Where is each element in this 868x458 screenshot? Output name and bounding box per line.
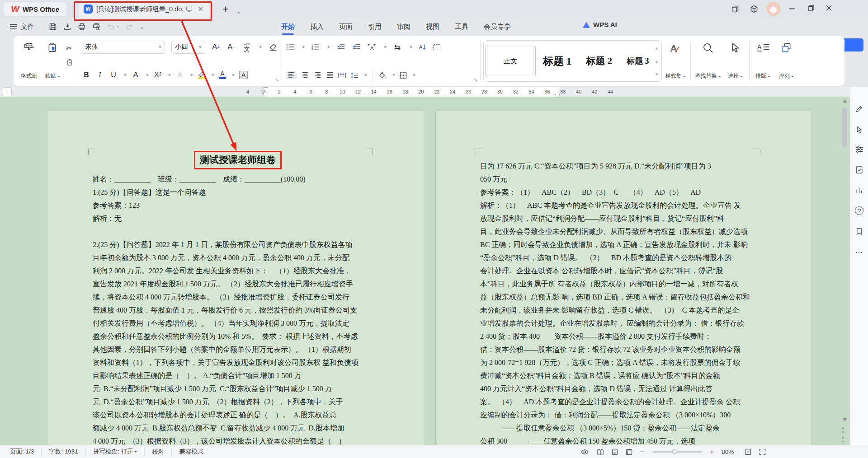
char-scale-button[interactable]: A <box>367 43 376 51</box>
next-page-icon[interactable]: ˅˅ <box>842 436 844 444</box>
tab-list-chevron-icon[interactable] <box>236 7 240 15</box>
page-mode-icon[interactable] <box>612 449 618 455</box>
bold-button[interactable]: B <box>82 71 91 79</box>
clear-format-icon[interactable] <box>268 42 278 51</box>
find-replace-button[interactable]: 查找替换 <box>693 38 724 82</box>
doc-check-icon[interactable] <box>855 166 863 174</box>
char-shading-button[interactable]: A <box>239 71 248 79</box>
workspace-cube-icon[interactable] <box>750 5 759 14</box>
gallery-up-icon[interactable]: ˄ <box>656 47 658 51</box>
line-spacing-button[interactable] <box>350 72 359 79</box>
page-2[interactable]: 目为 17 626 万元 C.“资本公积”项目为 5 928 万元 D.“未分配… <box>435 111 811 445</box>
italic-button[interactable]: I <box>95 71 104 79</box>
web-layout-icon[interactable] <box>626 449 632 455</box>
new-tab-button[interactable]: + <box>222 3 229 15</box>
file-menu-button[interactable]: 文件 <box>0 23 41 31</box>
menu-tab[interactable]: 会员专享 <box>479 20 515 34</box>
ltr-rtl-button[interactable]: ⇆ <box>393 42 402 52</box>
style-set-button[interactable]: A 样式集 <box>663 38 689 82</box>
font-dialog-launcher-icon[interactable]: ↘ <box>275 77 279 83</box>
text-effects-button[interactable]: A <box>175 71 184 79</box>
underline-button[interactable]: U <box>109 71 118 79</box>
scroll-up-icon[interactable] <box>843 99 847 103</box>
menu-tab[interactable]: 工具 <box>450 20 473 34</box>
paste-special-icon[interactable] <box>66 59 74 67</box>
strikethrough-button[interactable]: A <box>131 71 140 79</box>
bookmark-icon[interactable] <box>856 228 863 235</box>
minimize-button[interactable] <box>789 8 795 9</box>
redo-icon[interactable] <box>125 23 134 31</box>
decrease-font-icon[interactable]: A− <box>227 43 236 51</box>
print-icon[interactable] <box>77 22 86 31</box>
paste-button[interactable]: 粘贴 <box>41 38 64 82</box>
align-center-button[interactable] <box>302 72 309 78</box>
more-tools-icon[interactable]: ⋯ <box>855 248 863 257</box>
numbered-list-button[interactable]: 123 <box>311 43 320 51</box>
save-icon[interactable] <box>48 22 57 31</box>
wps-ai-button[interactable]: WPS AI <box>582 21 617 28</box>
layout-button[interactable]: A 排版 <box>751 38 775 82</box>
superscript-button[interactable]: X² <box>153 71 162 79</box>
menu-tab[interactable]: 审阅 <box>392 20 415 34</box>
tab-stop-selector[interactable]: ⌐ <box>3 87 12 96</box>
zoom-in-icon[interactable]: + <box>710 448 714 456</box>
scrollbar-thumb[interactable] <box>842 107 847 147</box>
export-icon[interactable] <box>63 22 72 31</box>
edit-pen-icon[interactable] <box>855 105 863 113</box>
read-mode-icon[interactable] <box>597 449 604 455</box>
document-canvas[interactable]: 测试授课老师组卷 姓名：__________ 班级：__________ 成绩：… <box>0 97 850 445</box>
word-count[interactable]: 字数: 1931 <box>42 448 86 456</box>
arrange-button[interactable]: 排列 <box>775 38 798 82</box>
style-heading2[interactable]: 标题 2 <box>579 45 619 77</box>
sort-button[interactable]: A <box>419 43 427 51</box>
adjust-sliders-icon[interactable] <box>855 146 863 153</box>
page-indicator[interactable]: 页面: 1/3 <box>3 448 42 456</box>
align-right-button[interactable] <box>314 72 321 78</box>
toolbar-more-chevron-icon[interactable] <box>139 23 143 31</box>
paragraph-dialog-launcher-icon[interactable]: ↘ <box>473 77 477 83</box>
cut-icon[interactable]: ✂ <box>66 44 74 52</box>
gallery-down-icon[interactable]: ˅ <box>656 60 658 65</box>
page-1[interactable]: 测试授课老师组卷 姓名：__________ 班级：__________ 成绩：… <box>48 111 424 445</box>
help-icon[interactable]: ? <box>855 206 863 215</box>
font-size-select[interactable]: 小四 <box>171 41 205 54</box>
close-button[interactable] <box>826 5 832 11</box>
chart-icon[interactable] <box>855 187 863 194</box>
menu-tab[interactable]: 视图 <box>421 20 444 34</box>
scroll-down-icon[interactable] <box>843 418 847 421</box>
border-button[interactable] <box>400 72 407 79</box>
menu-tab[interactable]: 开始 <box>277 20 299 34</box>
vertical-scrollbar[interactable]: ˄˄ ˅˅ <box>840 97 850 445</box>
decrease-indent-button[interactable] <box>336 43 345 51</box>
align-left-button[interactable] <box>286 71 297 79</box>
style-heading1[interactable]: 标题 1 <box>536 45 579 77</box>
paragraph-layout-button[interactable] <box>433 44 440 50</box>
switch-window-icon[interactable] <box>731 5 740 14</box>
menu-tab[interactable]: 引用 <box>363 20 386 34</box>
tab-close-icon[interactable]: ✕ <box>197 5 204 13</box>
select-tool-icon[interactable] <box>855 126 863 133</box>
select-button[interactable]: 选择 <box>724 38 747 82</box>
gallery-more-icon[interactable] <box>656 74 658 76</box>
zoom-slider[interactable] <box>652 451 702 453</box>
menu-tab[interactable]: 页面 <box>335 20 357 34</box>
user-avatar[interactable] <box>767 2 780 16</box>
increase-font-icon[interactable]: A+ <box>212 43 221 51</box>
distribute-button[interactable] <box>338 72 346 78</box>
restore-button[interactable] <box>807 5 815 12</box>
wps-home-button[interactable]: W WPS Office <box>4 2 66 16</box>
zoom-level[interactable]: 80% <box>722 449 737 455</box>
zoom-out-icon[interactable]: − <box>640 448 645 457</box>
increase-indent-button[interactable] <box>352 43 361 51</box>
proofread-button[interactable]: 校对 <box>145 448 172 456</box>
highlight-color-button[interactable] <box>198 71 206 79</box>
shading-button[interactable] <box>378 72 387 79</box>
undo-icon[interactable] <box>106 23 119 31</box>
justify-button[interactable] <box>326 72 334 78</box>
print-preview-icon[interactable] <box>92 22 101 31</box>
menu-tab[interactable]: 插入 <box>306 20 328 34</box>
style-normal[interactable]: 正文 <box>485 45 536 77</box>
eye-protection-icon[interactable] <box>580 449 589 455</box>
spell-check-toggle[interactable]: 拼写检查: 打开 <box>86 448 145 456</box>
fit-page-icon[interactable] <box>745 449 751 455</box>
